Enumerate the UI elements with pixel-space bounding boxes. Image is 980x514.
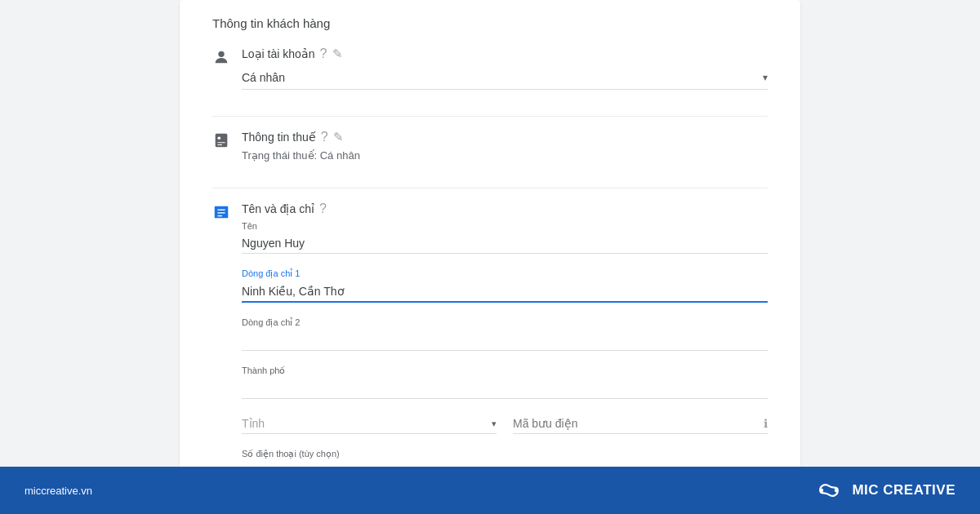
account-type-label: Loại tài khoản xyxy=(242,47,315,60)
city-field-label: Thành phố xyxy=(242,366,768,376)
tax-info-content: Thông tin thuế ? ✎ Trạng thái thuế: Cá n… xyxy=(242,130,768,162)
page-title: Thông tin khách hàng xyxy=(212,16,768,30)
province-arrow-icon: ▾ xyxy=(492,419,497,429)
postal-field-group: ℹ xyxy=(513,414,768,434)
address2-field-label: Dòng địa chỉ 2 xyxy=(242,317,768,328)
account-type-content: Loại tài khoản ? ✎ Cá nhân ▾ xyxy=(242,47,768,90)
province-postal-row: Tỉnh ▾ ℹ xyxy=(242,414,768,449)
tax-info-header: Thông tin thuế ? ✎ xyxy=(242,130,768,144)
name-input[interactable] xyxy=(242,233,768,254)
dropdown-arrow-icon: ▾ xyxy=(763,72,768,83)
postal-help-icon[interactable]: ℹ xyxy=(764,417,768,430)
mic-creative-logo-icon xyxy=(814,476,844,505)
side-overlay-left xyxy=(0,0,127,481)
account-icon xyxy=(212,48,242,69)
divider-1 xyxy=(212,116,768,117)
name-address-header: Tên và địa chỉ ? xyxy=(242,202,768,216)
main-wrapper: Thông tin khách hàng Loại tài khoản ? ✎ … xyxy=(0,0,980,481)
footer-url: miccreative.vn xyxy=(24,485,92,497)
footer-bar: miccreative.vn MIC CREATIVE xyxy=(0,467,980,514)
name-address-help-icon[interactable]: ? xyxy=(319,202,327,216)
name-address-content: Tên và địa chỉ ? Tên Dòng địa chỉ 1 Dòng… xyxy=(242,202,768,497)
name-field-label: Tên xyxy=(242,221,768,231)
tax-info-label: Thông tin thuế xyxy=(242,131,316,144)
footer-brand-text: MIC CREATIVE xyxy=(852,482,956,498)
name-address-section: Tên và địa chỉ ? Tên Dòng địa chỉ 1 Dòng… xyxy=(212,202,768,505)
account-type-edit-icon[interactable]: ✎ xyxy=(332,47,343,61)
name-field-group: Tên xyxy=(242,221,768,254)
city-field-group: Thành phố xyxy=(242,366,768,399)
province-select-field: Tỉnh ▾ xyxy=(242,414,497,434)
address-icon xyxy=(212,203,242,224)
name-address-label: Tên và địa chỉ xyxy=(242,202,314,215)
tax-icon xyxy=(212,131,242,153)
address1-field-group: Dòng địa chỉ 1 xyxy=(242,268,768,303)
svg-point-8 xyxy=(835,489,839,493)
divider-2 xyxy=(212,188,768,188)
svg-point-7 xyxy=(820,489,824,493)
postal-input[interactable] xyxy=(513,417,764,430)
address2-input[interactable] xyxy=(242,330,768,351)
account-type-section: Loại tài khoản ? ✎ Cá nhân ▾ xyxy=(212,47,768,98)
svg-point-2 xyxy=(217,136,220,140)
account-type-header: Loại tài khoản ? ✎ xyxy=(242,47,768,61)
tax-info-edit-icon[interactable]: ✎ xyxy=(333,130,344,144)
province-field-group: Tỉnh ▾ xyxy=(242,414,497,434)
content-panel: Thông tin khách hàng Loại tài khoản ? ✎ … xyxy=(180,0,800,514)
address1-input[interactable] xyxy=(242,281,768,303)
account-type-dropdown[interactable]: Cá nhân ▾ xyxy=(242,66,768,90)
address2-field-group: Dòng địa chỉ 2 xyxy=(242,317,768,351)
account-type-value: Cá nhân xyxy=(242,71,285,84)
account-type-help-icon[interactable]: ? xyxy=(320,47,327,61)
province-select[interactable]: Tỉnh xyxy=(242,417,492,430)
address1-field-label: Dòng địa chỉ 1 xyxy=(242,268,768,279)
side-overlay-right xyxy=(853,0,980,481)
postal-input-wrapper: ℹ xyxy=(513,414,768,434)
svg-point-0 xyxy=(218,51,224,57)
city-input[interactable] xyxy=(242,379,768,399)
tax-info-help-icon[interactable]: ? xyxy=(321,130,328,144)
footer-brand: MIC CREATIVE xyxy=(814,476,956,505)
tax-info-section: Thông tin thuế ? ✎ Trạng thái thuế: Cá n… xyxy=(212,130,768,170)
phone-field-label: Số điện thoại (tùy chọn) xyxy=(242,449,768,459)
tax-info-status: Trạng thái thuế: Cá nhân xyxy=(242,149,768,162)
